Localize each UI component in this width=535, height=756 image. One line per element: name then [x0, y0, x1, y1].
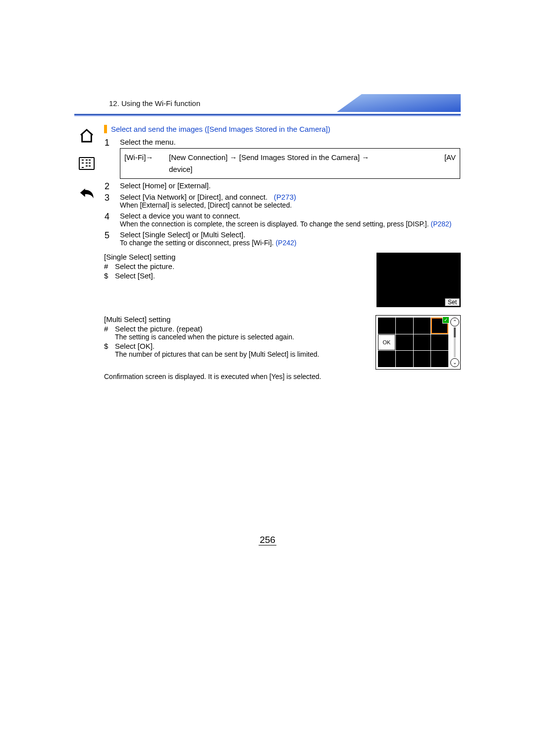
step-number: 1 — [104, 137, 119, 181]
step-text: Select a device you want to connect. — [120, 212, 240, 220]
step-number: 5 — [104, 230, 119, 249]
scroll-up-icon: ⌃ — [450, 318, 459, 326]
header-decoration — [337, 94, 461, 112]
bullet-text: Select [OK]. — [115, 342, 155, 350]
step-subtext: To change the setting or disconnect, pre… — [120, 239, 460, 247]
step-subtext: When the connection is complete, the scr… — [120, 220, 460, 228]
page-ref-link[interactable]: (P273) — [274, 193, 296, 201]
page-number: 256 — [0, 535, 535, 545]
scroll-down-icon: ⌄ — [450, 358, 459, 367]
single-select-block: [Single Select] setting # Select the pic… — [104, 253, 461, 307]
set-button-label: Set — [445, 298, 460, 306]
bullet-text: Select the picture. — [115, 262, 372, 270]
thumbnail-grid: ✓ OK — [378, 318, 448, 367]
chapter-title: 12. Using the Wi-Fi function — [109, 99, 200, 108]
page-ref-link[interactable]: (P282) — [431, 220, 452, 228]
section-title: Select and send the images ([Send Images… — [104, 125, 461, 133]
header-rule — [74, 115, 461, 116]
bullet-mark: $ — [104, 342, 115, 358]
bullet-mark: # — [104, 262, 115, 270]
sidebar — [74, 124, 99, 213]
multi-select-figure: ✓ OK ⌃ ⌄ — [375, 315, 461, 370]
bullet-text: Select the picture. (repeat) — [115, 324, 203, 333]
selected-cell: ✓ — [431, 318, 448, 334]
single-select-figure: Set — [376, 253, 461, 307]
ok-label: OK — [382, 339, 390, 345]
subtext-body: When the connection is complete, the scr… — [120, 220, 429, 228]
menu-text: [New Connection] — [169, 153, 227, 162]
bullet-mark: # — [104, 324, 115, 341]
page-number-value: 256 — [259, 535, 276, 545]
steps-list: 1 Select the menu. [Wi-Fi]→ [New Connect… — [104, 137, 461, 249]
step-subtext: When [External] is selected, [Direct] ca… — [120, 201, 460, 209]
menu-segment: [New Connection] → [Send Images Stored i… — [169, 152, 436, 163]
bullet-mark: $ — [104, 271, 115, 280]
manual-page: 12. Using the Wi-Fi function Select and … — [0, 0, 535, 756]
step-number: 2 — [104, 181, 119, 192]
chapter-header: 12. Using the Wi-Fi function — [74, 94, 461, 115]
step-number: 4 — [104, 211, 119, 230]
step-text: Select [Single Select] or [Multi Select]… — [120, 230, 245, 239]
step-number: 3 — [104, 192, 119, 211]
bullet-text: Select [Set]. — [115, 271, 372, 280]
ok-cell: OK — [378, 334, 395, 351]
menu-text: → [Send Images Stored in the Camera] → — [227, 153, 369, 162]
content-area: 12. Using the Wi-Fi function — [74, 94, 461, 116]
home-icon[interactable] — [79, 128, 95, 144]
main-content: Select and send the images ([Send Images… — [104, 125, 461, 380]
contents-icon[interactable] — [79, 156, 95, 172]
page-ref-link[interactable]: (P242) — [275, 239, 296, 247]
step-text: Select the menu. — [120, 138, 460, 146]
multi-select-block: [Multi Select] setting # Select the pict… — [104, 315, 461, 370]
menu-segment: [Wi-Fi]→ — [124, 152, 169, 163]
subsection-title: [Single Select] setting — [104, 253, 372, 261]
back-icon[interactable] — [79, 184, 95, 200]
menu-segment: [AV — [436, 152, 456, 163]
menu-segment: device] — [169, 163, 436, 175]
check-icon: ✓ — [442, 317, 449, 324]
confirmation-note: Confirmation screen is displayed. It is … — [104, 373, 461, 380]
bullet-subtext: The number of pictures that can be sent … — [115, 350, 371, 358]
scrollbar: ⌃ ⌄ — [450, 318, 459, 367]
step-text: Select [Home] or [External]. — [120, 181, 211, 190]
bullet-subtext: The setting is canceled when the picture… — [115, 333, 371, 341]
subtext-body: To change the setting or disconnect, pre… — [120, 239, 273, 247]
menu-path-box: [Wi-Fi]→ [New Connection] → [Send Images… — [120, 148, 460, 179]
step-text: Select [Via Network] or [Direct], and co… — [120, 193, 268, 201]
subsection-title: [Multi Select] setting — [104, 315, 371, 324]
